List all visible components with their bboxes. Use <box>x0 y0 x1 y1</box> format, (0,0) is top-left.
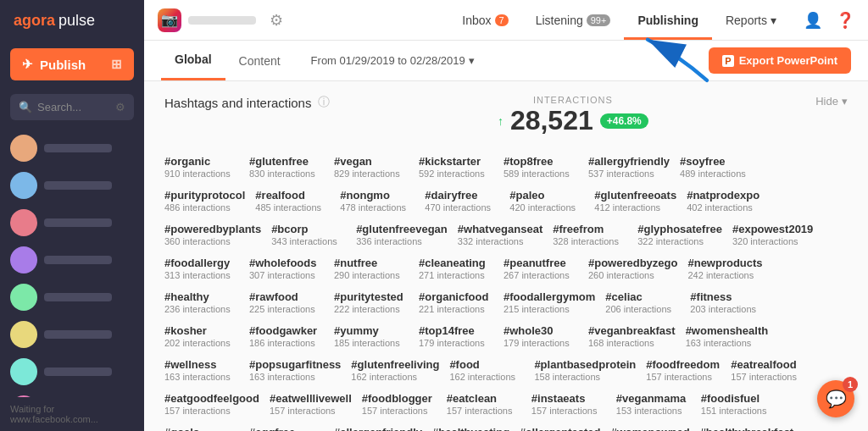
hashtag-item[interactable]: #soyfree 489 interactions <box>680 150 765 184</box>
hashtag-item[interactable]: #foodblogger 157 interactions <box>362 387 447 421</box>
hashtag-item[interactable]: #nongmo 478 interactions <box>340 184 425 218</box>
account-item[interactable] <box>0 317 144 352</box>
date-range-picker[interactable]: From 01/29/2019 to 02/28/2019 ▾ <box>311 54 475 67</box>
hashtag-item[interactable]: #allergenfriendly 144 interactions <box>334 421 432 431</box>
hashtag-item[interactable]: #allergyfriendly 537 interactions <box>588 150 680 184</box>
nav-reports[interactable]: Reports ▾ <box>712 0 790 40</box>
hashtag-tag: #whole30 <box>504 324 578 337</box>
hashtag-item[interactable]: #top8free 589 interactions <box>504 150 588 184</box>
hashtag-item[interactable]: #puritytested 222 interactions <box>334 285 419 319</box>
hashtag-item[interactable]: #foodallergy 313 interactions <box>164 251 249 285</box>
hashtag-item[interactable]: #top14free 179 interactions <box>419 319 504 353</box>
hashtag-item[interactable]: #popsugarfitness 163 interactions <box>249 353 351 387</box>
hashtag-item[interactable]: #wellness 163 interactions <box>164 353 249 387</box>
hashtag-tag: #foodfreedom <box>646 358 721 371</box>
hashtag-item[interactable]: #yummy 185 interactions <box>334 319 419 353</box>
account-item[interactable] <box>0 242 144 278</box>
hashtag-item[interactable]: #veganmama 153 interactions <box>616 387 701 421</box>
hashtag-tag: #bcorp <box>271 223 346 235</box>
hashtag-item[interactable]: #fitness 203 interactions <box>690 285 775 319</box>
hashtag-item[interactable]: #whatveganseat 332 interactions <box>458 218 553 251</box>
hashtag-item[interactable]: #glutenfreeoats 412 interactions <box>594 184 687 218</box>
hashtag-item[interactable]: #glutenfree 830 interactions <box>249 150 334 184</box>
publish-label: Publish <box>40 58 86 72</box>
user-icon[interactable]: 👤 <box>804 11 822 30</box>
hashtag-item[interactable]: #eatclean 157 interactions <box>447 387 531 421</box>
hashtag-item[interactable]: #allergentested 138 interactions <box>520 421 610 431</box>
export-powerpoint-button[interactable]: P Export PowerPoint <box>709 47 851 74</box>
publish-button[interactable]: ✈ Publish ⊞ <box>10 48 134 80</box>
hashtag-item[interactable]: #realfood 485 interactions <box>255 184 340 218</box>
hashtag-item[interactable]: #poweredbyplants 360 interactions <box>164 218 271 251</box>
nav-inbox[interactable]: Inbox 7 <box>448 0 521 40</box>
hashtag-item[interactable]: #purityprotocol 486 interactions <box>164 184 255 218</box>
hashtag-item[interactable]: #kickstarter 592 interactions <box>419 150 504 184</box>
hashtag-item[interactable]: #dairyfree 470 interactions <box>425 184 509 218</box>
settings-icon[interactable]: ⚙ <box>270 11 283 30</box>
hashtag-item[interactable]: #rawfood 225 interactions <box>249 285 334 319</box>
hashtag-count: 470 interactions <box>425 202 499 213</box>
chat-widget[interactable]: 💬 1 <box>817 380 854 417</box>
hashtag-item[interactable]: #whole30 179 interactions <box>504 319 588 353</box>
hashtag-item[interactable]: #vegan 829 interactions <box>334 150 419 184</box>
hide-button[interactable]: Hide ▾ <box>815 95 848 108</box>
hashtag-item[interactable]: #instaeats 157 interactions <box>531 387 616 421</box>
hashtag-tag: #allergenfriendly <box>334 426 422 431</box>
hashtag-item[interactable]: #food 162 interactions <box>449 353 534 387</box>
hashtag-item[interactable]: #bcorp 343 interactions <box>271 218 356 251</box>
hashtag-item[interactable]: #celiac 206 interactions <box>605 285 690 319</box>
account-item[interactable] <box>0 354 144 390</box>
hashtag-item[interactable]: #eatgoodfeelgood 157 interactions <box>164 387 270 421</box>
hashtag-item[interactable]: #eatrealfood 157 interactions <box>731 353 815 387</box>
nav-listening[interactable]: Listening 99+ <box>522 0 625 40</box>
info-icon[interactable]: ⓘ <box>318 95 330 110</box>
hashtag-item[interactable]: #womenowned 138 interactions <box>610 421 699 431</box>
hashtag-item[interactable]: #expowest2019 320 interactions <box>732 218 823 251</box>
account-item[interactable] <box>0 279 144 315</box>
hashtag-tag: #instaeats <box>531 392 606 405</box>
tab-global[interactable]: Global <box>161 41 225 80</box>
account-name <box>44 293 112 301</box>
sidebar-status: Waiting for www.facebook.com... <box>0 397 144 431</box>
hashtag-item[interactable]: #kosher 202 interactions <box>164 319 249 353</box>
search-bar[interactable]: 🔍 Search... ⚙ <box>10 94 134 120</box>
hashtag-item[interactable]: #foodisfuel 151 interactions <box>701 387 786 421</box>
hashtag-item[interactable]: #plantbasedprotein 158 interactions <box>534 353 646 387</box>
hashtag-item[interactable]: #wholefoods 307 interactions <box>249 251 334 285</box>
account-switcher[interactable]: 📷 <box>158 8 256 32</box>
account-item[interactable] <box>0 130 144 166</box>
hashtag-item[interactable]: #organicfood 221 interactions <box>419 285 504 319</box>
hashtag-item[interactable]: #eggfree 145 interactions <box>249 421 334 431</box>
hashtag-item[interactable]: #glutenfreevegan 336 interactions <box>356 218 458 251</box>
hashtag-item[interactable]: #peanutfree 267 interactions <box>504 251 588 285</box>
interactions-badge: +46.8% <box>600 113 648 129</box>
hashtag-item[interactable]: #natprodexpo 402 interactions <box>687 184 771 218</box>
nav-publishing[interactable]: Publishing <box>624 0 712 40</box>
hashtag-item[interactable]: #poweredbyzego 260 interactions <box>588 251 687 285</box>
tab-content[interactable]: Content <box>225 41 294 80</box>
hashtag-item[interactable]: #foodfreedom 157 interactions <box>646 353 731 387</box>
hashtag-item[interactable]: #organic 910 interactions <box>164 150 249 184</box>
hashtag-tag: #top14free <box>419 324 493 337</box>
hashtag-item[interactable]: #newproducts 242 interactions <box>687 251 772 285</box>
hashtag-item[interactable]: #eatwelllivewell 157 interactions <box>270 387 362 421</box>
hashtag-item[interactable]: #paleo 420 interactions <box>509 184 594 218</box>
hashtag-item[interactable]: #cleaneating 271 interactions <box>419 251 504 285</box>
hashtag-item[interactable]: #healthybreakfast 126 interactions <box>700 421 804 431</box>
hashtag-item[interactable]: #healthy 236 interactions <box>164 285 249 319</box>
hashtag-item[interactable]: #glyphosatefree 322 interactions <box>637 218 732 251</box>
hashtag-item[interactable]: #glutenfreeliving 162 interactions <box>351 353 449 387</box>
hashtag-count: 307 interactions <box>249 270 324 280</box>
hashtag-item[interactable]: #freefrom 328 interactions <box>553 218 637 251</box>
help-icon[interactable]: ❓ <box>836 11 854 30</box>
account-item[interactable] <box>0 168 144 203</box>
hashtag-item[interactable]: #veganbreakfast 168 interactions <box>588 319 686 353</box>
account-item[interactable] <box>0 205 144 240</box>
account-item[interactable] <box>0 391 144 397</box>
hashtag-item[interactable]: #foodgawker 186 interactions <box>249 319 334 353</box>
hashtag-item[interactable]: #healthyeating 139 interactions <box>432 421 520 431</box>
hashtag-item[interactable]: #womenshealth 163 interactions <box>686 319 779 353</box>
hashtag-item[interactable]: #goals 151 interactions <box>164 421 249 431</box>
hashtag-item[interactable]: #nutfree 290 interactions <box>334 251 419 285</box>
hashtag-item[interactable]: #foodallergymom 215 interactions <box>504 285 605 319</box>
